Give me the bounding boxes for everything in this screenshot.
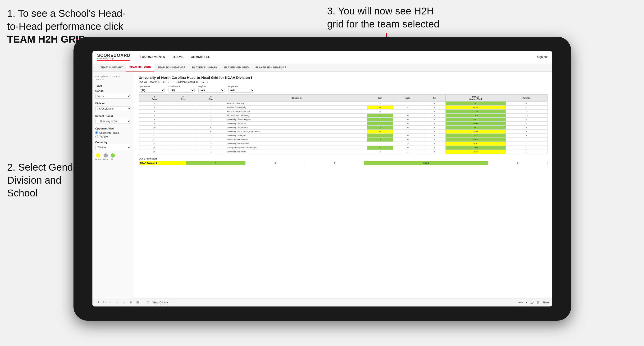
cell-reg xyxy=(170,110,196,114)
cell-reg xyxy=(170,118,196,122)
cell-reg xyxy=(170,102,196,106)
cell-diff: 4.50 xyxy=(445,146,506,150)
paste-icon[interactable]: ⊡ xyxy=(135,300,140,305)
cell-tie: 0 xyxy=(423,110,446,114)
clock-icon[interactable]: ⏱ xyxy=(146,300,150,305)
table-row: 2 1 Auburn University 2 1 0 1.67 9 xyxy=(139,102,548,106)
cell-conf: 2 xyxy=(196,142,226,146)
cell-rounds: 12 xyxy=(506,114,547,118)
cell-reg xyxy=(170,146,196,150)
radio-top100: Top 100 xyxy=(95,135,131,138)
nav-tournaments[interactable]: TOURNAMENTS xyxy=(140,54,165,60)
sidebar: Last Updated: 27/03/202416:55:38 Team Ge… xyxy=(92,72,134,298)
copy-icon[interactable]: ⧉ xyxy=(128,300,133,305)
cell-rounds: 9 xyxy=(506,146,547,150)
cell-diff: 9.00 xyxy=(445,122,506,126)
table-row: 3 2 Vanderbilt University 0 4 0 -2.29 8 xyxy=(139,106,548,110)
share-button[interactable]: Share xyxy=(542,301,550,304)
table-row: 13 1 Texas Tech University 3 0 0 5.56 9 xyxy=(139,138,548,142)
cell-win: 3 xyxy=(367,150,393,154)
out-row: NCAA Division II 1 0 0 26.00 3 xyxy=(139,161,548,165)
radio-top100-input[interactable] xyxy=(95,135,98,138)
cell-opponent: University of Arizona xyxy=(226,122,367,126)
colour-level: Level xyxy=(103,153,108,161)
table-row: 11 6 University of Arkansas, Fayettevill… xyxy=(139,130,548,134)
colour-label-level: Level xyxy=(103,158,108,161)
grid-icon[interactable]: ⊞ xyxy=(536,300,541,305)
cell-conf: 1 xyxy=(196,110,226,114)
gender-select[interactable]: Men's xyxy=(95,94,131,99)
cell-rounds: 3 xyxy=(506,134,547,138)
forward-icon[interactable]: › xyxy=(115,300,120,305)
cell-conf: 3 xyxy=(196,134,226,138)
view-original-button[interactable]: View: Original xyxy=(152,301,168,304)
cell-conf: 3 xyxy=(196,150,226,154)
cell-conf: 5 xyxy=(196,126,226,130)
tab-player-h2h-grid[interactable]: PLAYER H2H GRID xyxy=(221,63,252,71)
cell-conf: 2 xyxy=(196,118,226,122)
radio-opponents-played-input[interactable] xyxy=(95,131,98,134)
sign-out-button[interactable]: Sign out xyxy=(537,55,548,59)
school-select[interactable]: 1. University of Nort... xyxy=(95,119,131,124)
sub-nav: TEAM SUMMARY TEAM H2H GRID TEAM H2H HEAT… xyxy=(92,63,552,72)
cell-loss: 0 xyxy=(393,126,423,130)
cell-tie: 0 xyxy=(423,130,446,134)
cell-diff: 2.29 xyxy=(445,110,506,114)
redo-icon[interactable]: ↻ xyxy=(102,300,107,305)
sidebar-gender-label: Gender xyxy=(95,89,131,92)
cell-reg xyxy=(170,138,196,142)
cell-conf: 2 xyxy=(196,114,226,118)
cell-opponent: University of Virginia xyxy=(226,134,367,138)
col-loss: Loss xyxy=(393,95,423,102)
watch-button[interactable]: Watch ▾ xyxy=(518,301,528,304)
cell-loss: 0 xyxy=(393,134,423,138)
colour-by-select[interactable]: Win/loss xyxy=(95,145,131,150)
cell-opponent: University of Alabama xyxy=(226,126,367,130)
filter-opponent-label: Opponent xyxy=(228,85,254,88)
nav-teams[interactable]: TEAMS xyxy=(172,54,184,60)
tab-player-h2h-heatmap[interactable]: PLAYER H2H HEATMAP xyxy=(252,63,290,71)
out-of-division-label: Out of division xyxy=(139,157,548,160)
colour-dot-up xyxy=(111,153,115,158)
cell-conf: 6 xyxy=(196,130,226,134)
cell-opponent: University of Arkansas, Fayetteville xyxy=(226,130,367,134)
table-row: 14 2 University of Oklahoma 1 2 0 -1.00 … xyxy=(139,142,548,146)
cell-diff: 1.67 xyxy=(445,102,506,106)
filter-opponent-select[interactable]: (All) xyxy=(228,88,254,93)
tab-team-h2h-grid[interactable]: TEAM H2H GRID xyxy=(126,63,154,71)
undo-icon[interactable]: ↺ xyxy=(95,300,100,305)
cell-conf: 3 xyxy=(196,122,226,126)
cell-opponent: University of Washington xyxy=(226,118,367,122)
cell-tie: 0 xyxy=(423,126,446,130)
share-label: Share xyxy=(542,301,550,304)
cell-win: 5 xyxy=(367,146,393,150)
sidebar-team-label: Team xyxy=(95,84,131,87)
cell-tie: 0 xyxy=(423,114,446,118)
filter-region-select[interactable]: (All) xyxy=(198,88,224,93)
cell-rounds: 9 xyxy=(506,138,547,142)
filter-opponents-select[interactable]: (All) xyxy=(139,88,165,93)
division-select[interactable]: NCAA Division I xyxy=(95,106,131,111)
col-rank: #Rank xyxy=(139,95,170,102)
tab-player-summary[interactable]: PLAYER SUMMARY xyxy=(189,63,221,71)
cell-rank: 14 xyxy=(139,142,170,146)
cell-tie: 0 xyxy=(423,106,446,110)
cell-loss: 4 xyxy=(393,106,423,110)
back-icon[interactable]: ‹ xyxy=(108,300,113,305)
cell-reg xyxy=(170,150,196,154)
comment-icon[interactable]: 💬 xyxy=(529,300,534,305)
tab-team-summary[interactable]: TEAM SUMMARY xyxy=(97,63,126,71)
cell-loss: 1 xyxy=(393,102,423,106)
cell-win: 5 xyxy=(367,110,393,114)
tab-team-h2h-heatmap[interactable]: TEAM H2H HEATMAP xyxy=(154,63,189,71)
cell-rank: 6 xyxy=(139,114,170,118)
filter-conference-select[interactable]: (All) xyxy=(168,88,194,93)
nav-committee[interactable]: COMMITTEE xyxy=(190,54,210,60)
tablet: SCOREBOARD Powered by clippi TOURNAMENTS… xyxy=(74,37,571,321)
home-icon[interactable]: ⌂ xyxy=(122,300,126,305)
cell-diff: 5.56 xyxy=(445,138,506,142)
cell-loss: 2 xyxy=(393,142,423,146)
cell-reg xyxy=(170,142,196,146)
cell-tie: 0 xyxy=(423,146,446,150)
grid-area: University of North Carolina Head-to-Hea… xyxy=(134,72,552,298)
